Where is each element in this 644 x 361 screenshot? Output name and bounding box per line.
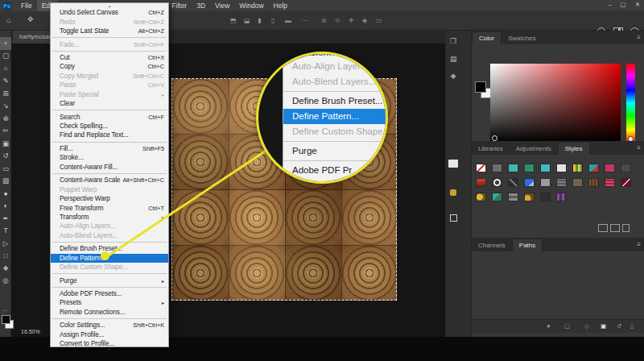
align-right-icon[interactable]: ▮ bbox=[258, 17, 261, 24]
mode-icon-1[interactable]: ⊘ bbox=[321, 17, 327, 24]
tool-zoom[interactable]: ◎ bbox=[0, 275, 11, 288]
paths-panel-menu-icon[interactable]: ≡ bbox=[637, 241, 641, 248]
style-swatch[interactable] bbox=[524, 193, 535, 201]
style-swatch[interactable] bbox=[621, 178, 631, 187]
tool-lasso[interactable]: ○ bbox=[0, 62, 11, 75]
foreground-color-swatch[interactable] bbox=[2, 315, 10, 324]
menu-item-check-spelling[interactable]: Check Spelling... bbox=[51, 122, 168, 131]
menu-item-purge[interactable]: Purge▸ bbox=[51, 276, 168, 284]
style-swatch[interactable] bbox=[540, 178, 551, 187]
menu-item-content-aware-scale[interactable]: Content-Aware ScaleAlt+Shift+Ctrl+C bbox=[51, 176, 168, 185]
more-options-icon[interactable]: ⋯ bbox=[301, 17, 308, 24]
tab-channels[interactable]: Channels bbox=[472, 239, 512, 251]
menu-item-toggle-last-state[interactable]: Toggle Last StateAlt+Ctrl+Z bbox=[51, 27, 168, 35]
align-center-icon[interactable]: ⬓ bbox=[244, 17, 250, 24]
hue-slider[interactable] bbox=[626, 64, 635, 143]
menubar-view[interactable]: View bbox=[210, 0, 234, 11]
toolbar-more-icon[interactable]: ⋯ bbox=[2, 307, 7, 313]
tool-crop[interactable]: ⊞ bbox=[0, 87, 11, 100]
tool-gradient[interactable]: ▨ bbox=[0, 175, 11, 188]
menu-item-define-custom-shape[interactable]: Define Custom Shape... bbox=[51, 263, 168, 272]
style-swatch[interactable] bbox=[605, 178, 615, 187]
tool-eyedropper[interactable]: ↘ bbox=[0, 100, 11, 113]
menu-item-adobe-pdf-presets[interactable]: Adobe PDF Presets... bbox=[51, 289, 168, 298]
menu-item-content-aware-fill[interactable]: Content-Aware Fill... bbox=[51, 163, 168, 172]
move-tool-icon[interactable]: ✥ bbox=[27, 15, 34, 23]
menu-item-presets[interactable]: Presets▸ bbox=[51, 298, 168, 307]
color-panel-menu-icon[interactable]: ≡ bbox=[637, 34, 641, 41]
menu-item-copy-merged[interactable]: Copy MergedShift+Ctrl+C bbox=[51, 72, 168, 81]
style-swatch[interactable] bbox=[605, 164, 615, 172]
selection-from-path-icon[interactable]: ◇ bbox=[584, 322, 589, 330]
minimize-button[interactable]: – bbox=[608, 1, 611, 8]
style-swatch[interactable] bbox=[492, 193, 502, 201]
styles-panel-menu-icon[interactable]: ≡ bbox=[637, 144, 641, 151]
style-swatch[interactable] bbox=[492, 178, 502, 187]
menu-item-paste[interactable]: PasteCtrl+V bbox=[51, 81, 168, 89]
tool-pen[interactable]: ✒ bbox=[0, 212, 11, 225]
restore-button[interactable]: ▢ bbox=[621, 1, 626, 8]
zoom-level-status[interactable]: 16.50% bbox=[21, 329, 40, 334]
style-swatch[interactable] bbox=[572, 164, 583, 172]
dock-yellow-icon[interactable] bbox=[450, 189, 456, 196]
libraries-panel-icon[interactable]: ❖ bbox=[450, 73, 456, 81]
style-swatch[interactable] bbox=[508, 178, 518, 187]
menu-item-redo[interactable]: RedoShift+Ctrl+Z bbox=[51, 17, 168, 26]
stroke-path-icon[interactable]: ▢ bbox=[564, 322, 570, 330]
tool-dodge[interactable]: ◐ bbox=[0, 200, 11, 213]
style-swatch[interactable] bbox=[524, 164, 535, 172]
menu-item-puppet-warp[interactable]: Puppet Warp bbox=[51, 185, 168, 193]
menubar-help[interactable]: Help bbox=[269, 0, 292, 11]
delete-path-icon[interactable]: ▯ bbox=[630, 322, 634, 330]
style-swatch[interactable] bbox=[556, 178, 567, 187]
color-field-selector[interactable] bbox=[492, 135, 497, 141]
tool-hand[interactable]: ❖ bbox=[0, 262, 11, 275]
menu-item-fill[interactable]: Fill...Shift+F5 bbox=[51, 144, 168, 153]
tab-adjustments[interactable]: Adjustments bbox=[510, 143, 558, 155]
style-swatch[interactable] bbox=[508, 164, 518, 172]
mode-icon-2[interactable]: ⟐ bbox=[335, 17, 340, 25]
tool-healing-brush[interactable]: ⊕ bbox=[0, 112, 11, 125]
home-icon[interactable]: ⌂ bbox=[6, 15, 11, 24]
styles-trash-icon[interactable] bbox=[622, 224, 630, 232]
menu-scroll-down-icon[interactable]: ▾ bbox=[51, 348, 168, 351]
style-swatch[interactable] bbox=[556, 164, 567, 172]
menu-item-assign-profile[interactable]: Assign Profile... bbox=[51, 330, 168, 339]
menu-item-find-replace[interactable]: Find and Replace Text... bbox=[51, 131, 168, 139]
style-swatch[interactable] bbox=[476, 178, 486, 187]
menu-item-fade[interactable]: Fade...Shift+Ctrl+F bbox=[51, 39, 168, 48]
tool-history-brush[interactable]: ↺ bbox=[0, 150, 11, 163]
close-button[interactable]: ✕ bbox=[635, 1, 640, 8]
fill-path-icon[interactable]: ● bbox=[547, 322, 551, 330]
menu-item-auto-blend-layers[interactable]: Auto-Blend Layers... bbox=[51, 231, 168, 240]
menu-item-undo[interactable]: Undo Select CanvasCtrl+Z bbox=[51, 8, 168, 17]
style-swatch[interactable] bbox=[524, 178, 535, 187]
menu-item-transform[interactable]: Transform▸ bbox=[51, 213, 168, 222]
tool-shape[interactable]: □ bbox=[0, 250, 11, 263]
style-swatch[interactable] bbox=[476, 193, 486, 201]
tool-brush[interactable]: ✏ bbox=[0, 125, 11, 138]
styles-folder-icon[interactable] bbox=[598, 224, 608, 232]
tab-paths[interactable]: Paths bbox=[512, 239, 543, 251]
menu-item-cut[interactable]: CutCtrl+X bbox=[51, 53, 168, 62]
style-swatch[interactable] bbox=[572, 178, 583, 187]
distribute2-icon[interactable]: ▬ bbox=[285, 17, 291, 24]
style-swatch[interactable] bbox=[556, 193, 567, 201]
menubar-window[interactable]: Window bbox=[234, 0, 268, 11]
tool-eraser[interactable]: ▭ bbox=[0, 162, 11, 175]
style-swatch[interactable] bbox=[476, 164, 486, 172]
menu-item-paste-special[interactable]: Paste Special▸ bbox=[51, 90, 168, 99]
tab-color[interactable]: Color bbox=[472, 31, 502, 44]
tab-swatches[interactable]: Swatches bbox=[502, 32, 543, 44]
menu-item-clear[interactable]: Clear bbox=[51, 99, 168, 108]
tab-libraries[interactable]: Libraries bbox=[472, 143, 510, 155]
menu-item-remote-connections[interactable]: Remote Connections... bbox=[51, 308, 168, 317]
menu-item-stroke[interactable]: Stroke... bbox=[51, 153, 168, 162]
align-left-icon[interactable]: ⬒ bbox=[230, 17, 237, 24]
style-swatch[interactable] bbox=[508, 193, 518, 201]
menu-item-free-transform[interactable]: Free TransformCtrl+T bbox=[51, 203, 168, 212]
tool-move[interactable]: + bbox=[0, 37, 11, 50]
mode-icon-4[interactable]: ◈ bbox=[362, 17, 367, 24]
dock-gray-icon[interactable] bbox=[450, 214, 457, 222]
styles-new-icon[interactable] bbox=[610, 224, 620, 232]
